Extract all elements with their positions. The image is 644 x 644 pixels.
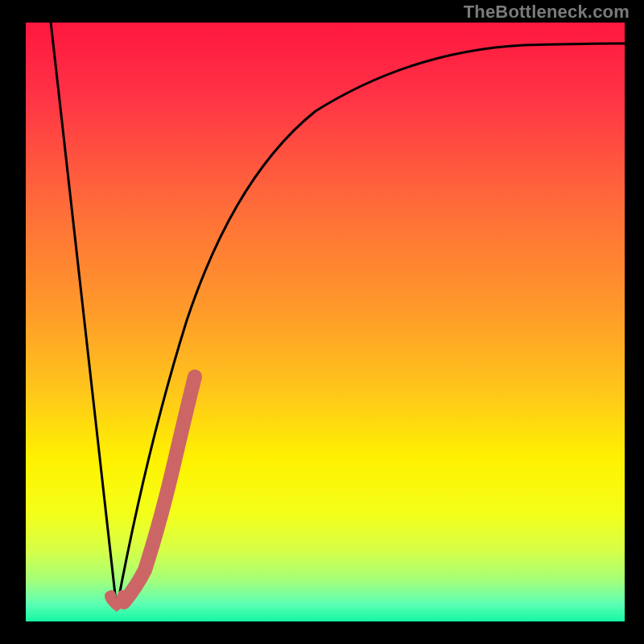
left-line <box>50 23 117 609</box>
rising-curve <box>117 43 625 609</box>
chart-frame: TheBottleneck.com <box>0 0 644 644</box>
chart-curves <box>26 23 625 621</box>
watermark-text: TheBottleneck.com <box>464 2 630 23</box>
highlight-stroke <box>124 377 195 602</box>
plot-area <box>26 23 625 621</box>
